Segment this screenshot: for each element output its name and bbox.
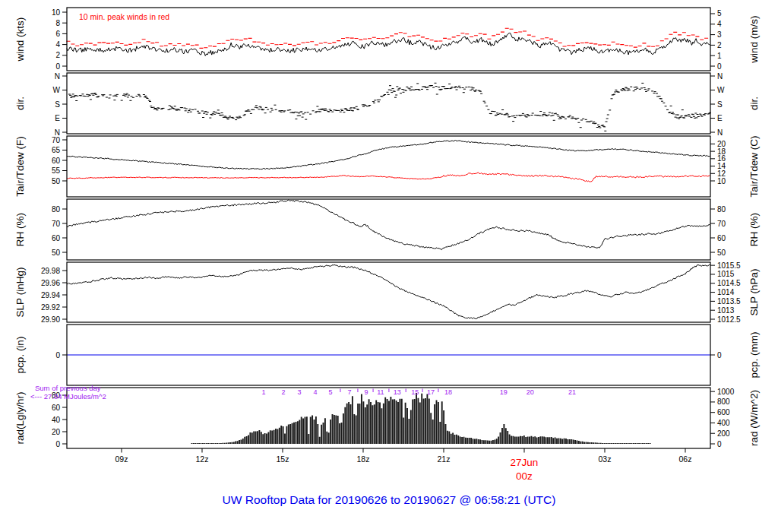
y-tick-label-left-slp: 29.90 bbox=[41, 315, 60, 324]
axis-title-right-pcp: pcp. (mm) bbox=[748, 332, 760, 378]
annotation-peak-winds: 10 min. peak winds in red bbox=[79, 12, 169, 21]
y-tick-label-right-wind: 4 bbox=[717, 20, 722, 28]
y-tick-label-left-wind: 10 bbox=[52, 8, 61, 17]
y-tick-label-right-wind: 2 bbox=[717, 41, 722, 49]
x-tick-label: 12z bbox=[196, 454, 209, 464]
y-tick-label-left-slp: 29.98 bbox=[41, 267, 60, 275]
sum-marker-label: 5 bbox=[328, 388, 332, 396]
y-tick-label-left-pcp: 0 bbox=[55, 351, 60, 359]
sum-marker-label: 15 bbox=[411, 388, 419, 396]
sum-marker-label: 11 bbox=[377, 388, 384, 396]
y-tick-label-left-dir: N bbox=[55, 72, 60, 81]
y-tick-label-right-wind: 1 bbox=[717, 52, 722, 60]
meteogram-figure: UW Rooftop Data for 20190626 to 20190627… bbox=[0, 0, 778, 532]
y-tick-label-right-wind: 0 bbox=[717, 62, 722, 71]
y-tick-label-left-wind: 0 bbox=[55, 62, 60, 71]
sum-marker-label: 18 bbox=[444, 388, 452, 396]
y-tick-label-right-slp: 1014.5 bbox=[717, 279, 741, 287]
axis-title-right-temp: Tair/Tdew (C) bbox=[748, 135, 760, 197]
y-tick-label-right-pcp: 0 bbox=[717, 351, 722, 359]
y-tick-label-left-slp: 29.92 bbox=[41, 303, 60, 312]
series-tdew_f bbox=[67, 173, 710, 182]
series-wind_direction_deg bbox=[68, 83, 711, 131]
axis-title-left-temp: Tair/Tdew (F) bbox=[14, 136, 26, 197]
x-tick-label: 21z bbox=[438, 454, 451, 464]
y-tick-label-left-dir: W bbox=[53, 86, 61, 94]
annotation-sum-previous-day: Sum of previous day bbox=[35, 384, 101, 392]
y-tick-label-right-rh: 80 bbox=[717, 205, 726, 214]
y-tick-label-right-rad: 800 bbox=[717, 397, 730, 406]
y-tick-label-left-rh: 50 bbox=[52, 249, 61, 257]
y-tick-label-right-dir: N bbox=[717, 72, 723, 81]
sum-marker-label: 9 bbox=[364, 388, 368, 396]
x-tick-label: 15z bbox=[277, 454, 289, 464]
y-tick-label-right-dir: N bbox=[717, 128, 723, 137]
y-tick-label-left-rh: 60 bbox=[52, 234, 61, 242]
series-tair_f bbox=[67, 141, 710, 169]
y-tick-label-right-rh: 60 bbox=[717, 234, 726, 242]
y-tick-label-left-temp: 50 bbox=[52, 177, 61, 185]
y-tick-label-left-temp: 65 bbox=[52, 146, 61, 154]
y-tick-label-left-dir: S bbox=[55, 100, 60, 109]
y-tick-label-right-wind: 3 bbox=[717, 30, 722, 39]
axis-title-left-dir: dir. bbox=[14, 97, 26, 110]
y-tick-label-right-temp: 16 bbox=[717, 154, 726, 163]
y-tick-label-right-slp: 1013 bbox=[717, 306, 735, 315]
figure-title: UW Rooftop Data for 20190626 to 20190627… bbox=[223, 493, 556, 506]
panel-frame-rh bbox=[67, 199, 710, 260]
x-tick-label: 06z bbox=[679, 454, 692, 464]
y-tick-label-right-rad: 400 bbox=[717, 419, 730, 427]
y-tick-label-left-slp: 29.96 bbox=[41, 279, 60, 287]
y-tick-label-right-rh: 70 bbox=[717, 220, 726, 228]
sum-marker-label: 7 bbox=[347, 388, 351, 396]
y-tick-label-right-slp: 1012.5 bbox=[717, 315, 741, 324]
x-tick-label: 03z bbox=[599, 454, 612, 464]
y-tick-label-right-dir: S bbox=[717, 100, 723, 109]
y-tick-label-left-rad: 20 bbox=[52, 428, 61, 436]
series-wind_speed_kts bbox=[67, 33, 710, 56]
y-tick-label-left-dir: E bbox=[55, 114, 60, 122]
axis-title-left-pcp: pcp. (in) bbox=[14, 337, 26, 374]
y-tick-label-right-rad: 0 bbox=[717, 440, 722, 448]
y-tick-label-right-temp: 14 bbox=[717, 162, 726, 170]
sum-marker-label: 21 bbox=[568, 388, 576, 396]
axis-title-right-slp: SLP (hPa) bbox=[748, 268, 760, 315]
x-tick-label: 18z bbox=[357, 454, 370, 464]
y-tick-label-right-temp: 18 bbox=[717, 147, 726, 156]
panel-frame-dir bbox=[67, 73, 710, 134]
y-tick-label-right-dir: E bbox=[717, 114, 723, 122]
axis-title-left-rad: rad(Lgly/hr) bbox=[14, 391, 26, 444]
y-tick-label-right-temp: 12 bbox=[717, 169, 726, 178]
y-tick-label-right-temp: 20 bbox=[717, 140, 726, 148]
x-tick-label-00z: 00z bbox=[516, 470, 533, 482]
y-tick-label-left-rh: 70 bbox=[52, 220, 61, 228]
sum-marker-label: 2 bbox=[282, 388, 286, 396]
sum-marker-label: 20 bbox=[527, 388, 534, 396]
y-tick-label-right-slp: 1015.5 bbox=[717, 261, 741, 270]
y-tick-label-left-wind: 6 bbox=[55, 30, 60, 38]
y-tick-label-left-wind: 8 bbox=[55, 19, 60, 27]
y-tick-label-left-temp: 55 bbox=[52, 166, 61, 175]
sum-marker-label: 17 bbox=[427, 388, 435, 396]
y-tick-label-right-rad: 200 bbox=[717, 429, 730, 438]
axis-title-left-wind: wind (kts) bbox=[14, 17, 26, 62]
y-tick-label-right-dir: W bbox=[717, 86, 725, 94]
y-tick-label-right-rad: 600 bbox=[717, 408, 730, 416]
y-tick-label-left-temp: 70 bbox=[52, 136, 61, 144]
sum-marker-label: 19 bbox=[500, 388, 508, 396]
series-solar_radiation_lgly_hr bbox=[192, 393, 650, 444]
x-tick-label: 09z bbox=[115, 454, 128, 464]
sum-marker-label: 4 bbox=[314, 388, 318, 396]
axis-title-left-rh: RH (%) bbox=[14, 213, 26, 246]
sum-marker-label: 3 bbox=[297, 388, 301, 396]
axis-title-right-rad: rad (W/m^2) bbox=[748, 390, 760, 446]
panel-frame-slp bbox=[67, 262, 710, 322]
y-tick-label-left-rad: 0 bbox=[55, 440, 60, 448]
axis-title-left-slp: SLP (inHg) bbox=[14, 268, 26, 318]
axis-title-right-rh: RH (%) bbox=[748, 213, 760, 246]
series-rh_pct bbox=[67, 200, 710, 250]
axis-title-right-dir: dir. bbox=[748, 97, 760, 110]
meteogram-chart: UW Rooftop Data for 20190626 to 20190627… bbox=[0, 0, 778, 532]
y-tick-label-right-temp: 10 bbox=[717, 177, 726, 185]
y-tick-label-right-wind: 5 bbox=[717, 9, 722, 17]
